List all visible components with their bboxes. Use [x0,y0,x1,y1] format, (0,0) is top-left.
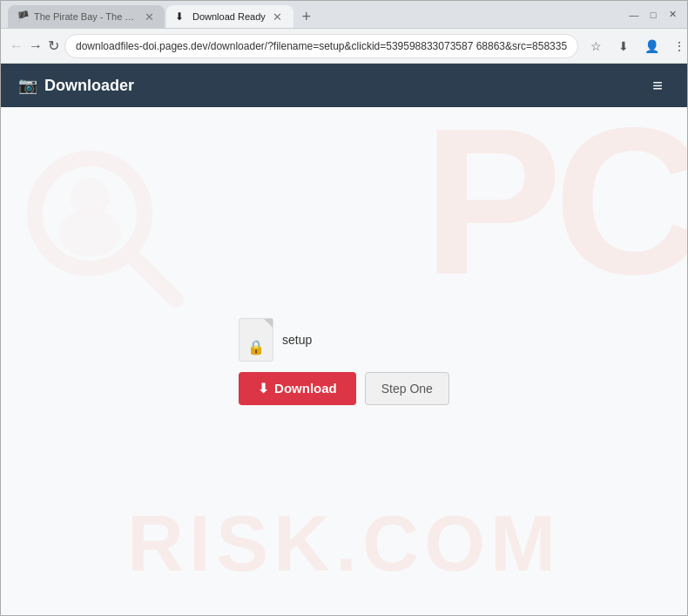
tab-label-2: Download Ready [192,11,266,22]
main-content: PC RISK.COM 🔒 setup ⬇ Download Step One [1,107,687,615]
minimize-button[interactable]: — [626,7,642,23]
download-icon: ⬇ [258,381,269,396]
download-card: 🔒 setup ⬇ Download Step One [239,318,449,405]
tab-close-2[interactable]: ✕ [271,10,285,24]
profile-icon[interactable]: 👤 [639,34,664,58]
url-bar[interactable]: downloadfiles-doi.pages.dev/downloader/?… [64,34,578,58]
brand-label: Downloader [44,77,134,95]
tab-favicon-1: 🏴 [17,10,29,23]
svg-point-2 [71,179,110,218]
url-text: downloadfiles-doi.pages.dev/downloader/?… [76,40,567,52]
file-icon-symbol: 🔒 [247,339,265,355]
file-icon-row: 🔒 setup [239,318,312,362]
close-button[interactable]: ✕ [664,7,680,23]
back-button[interactable]: ← [10,34,24,58]
file-icon: 🔒 [239,318,273,362]
step-one-label: Step One [381,382,433,396]
maximize-button[interactable]: □ [645,7,661,23]
tab-label-1: The Pirate Bay - The galaxy's m... [34,11,137,22]
forward-button[interactable]: → [29,34,43,58]
more-menu-icon[interactable]: ⋮ [667,34,688,58]
watermark-pc-text: PC [423,107,687,322]
download-label: Download [274,381,337,396]
address-bar: ← → ↻ downloadfiles-doi.pages.dev/downlo… [1,29,687,64]
tab-close-1[interactable]: ✕ [142,10,156,24]
download-button[interactable]: ⬇ Download [239,372,356,405]
svg-point-3 [58,210,121,257]
app-brand: 📷 Downloader [18,76,134,95]
bookmark-icon[interactable]: ☆ [583,34,608,58]
tab-piratebay[interactable]: 🏴 The Pirate Bay - The galaxy's m... ✕ [8,5,165,28]
action-row: ⬇ Download Step One [239,372,449,405]
tab-download-ready[interactable]: ⬇ Download Ready ✕ [166,5,293,28]
browser-icons: ☆ ⬇ 👤 ⋮ [583,34,688,58]
tab-favicon-2: ⬇ [175,10,187,23]
refresh-button[interactable]: ↻ [48,34,59,58]
hamburger-button[interactable]: ≡ [645,72,670,99]
window-controls: — □ ✕ [626,7,680,23]
svg-point-0 [35,159,145,268]
svg-line-1 [129,253,176,300]
app-navbar: 📷 Downloader ≡ [1,64,687,107]
watermark-search-icon [27,151,184,308]
file-name: setup [282,333,312,347]
brand-icon: 📷 [18,76,37,95]
tab-list: 🏴 The Pirate Bay - The galaxy's m... ✕ ⬇… [8,1,616,28]
title-bar: 🏴 The Pirate Bay - The galaxy's m... ✕ ⬇… [1,1,687,29]
watermark-risk-text: RISK.COM [127,499,561,589]
new-tab-button[interactable]: + [295,5,318,28]
browser-window: 🏴 The Pirate Bay - The galaxy's m... ✕ ⬇… [0,0,688,616]
step-one-button[interactable]: Step One [365,372,449,405]
browser-download-icon[interactable]: ⬇ [611,34,636,58]
